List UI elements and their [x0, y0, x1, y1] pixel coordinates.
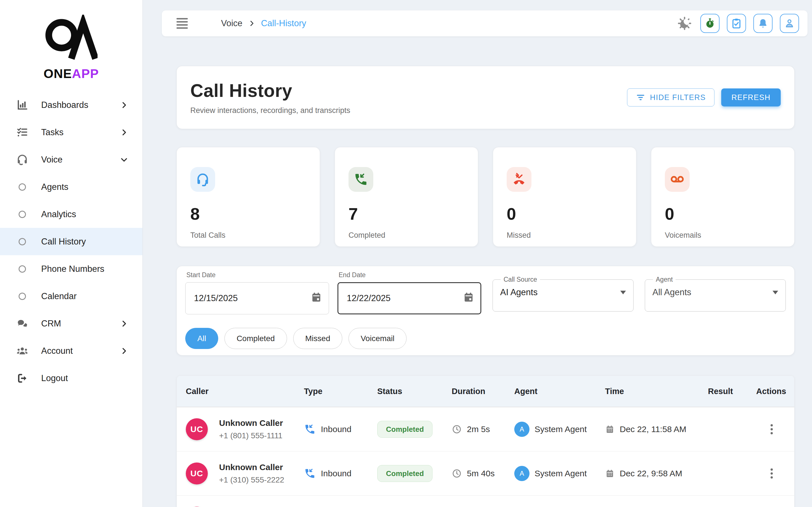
- agent-select[interactable]: Agent All Agents: [645, 276, 786, 312]
- chevron-right-icon: [120, 128, 128, 136]
- sidebar-item-label: Tasks: [41, 127, 120, 137]
- chevron-right-icon: [120, 101, 128, 109]
- calendar-icon[interactable]: [463, 291, 474, 304]
- sidebar-item-label: Analytics: [41, 209, 142, 219]
- refresh-button[interactable]: REFRESH: [721, 89, 781, 107]
- column-header-time: Time: [605, 387, 708, 396]
- sidebar-item-label: Logout: [41, 373, 142, 383]
- brand-logo-text: ONEAPP: [40, 66, 102, 81]
- voicemail-icon: [665, 167, 690, 192]
- calendar-icon[interactable]: [310, 291, 322, 304]
- sidebar-item-agents[interactable]: Agents: [0, 173, 142, 201]
- page-subtitle: Review interactions, recordings, and tra…: [190, 106, 350, 115]
- sidebar-item-voice[interactable]: Voice: [0, 146, 142, 173]
- caller-cell: UC Unknown Caller +1 (310) 555-2222: [186, 462, 304, 485]
- refresh-label: REFRESH: [731, 93, 770, 102]
- clock-icon: [452, 468, 462, 478]
- filter-icon: [636, 93, 645, 102]
- time-value: Dec 22, 11:58 AM: [620, 425, 686, 434]
- brand-logo: ONEAPP: [40, 15, 102, 81]
- sidebar-item-crm[interactable]: CRM: [0, 310, 142, 337]
- person-button[interactable]: [780, 14, 799, 33]
- duration-value: 2m 5s: [467, 425, 490, 434]
- sidebar-item-label: Phone Numbers: [41, 264, 142, 274]
- breadcrumb-parent[interactable]: Voice: [221, 18, 243, 29]
- logout-icon: [16, 372, 29, 384]
- filters-card: Start Date End Date Call Source AI Agent…: [176, 266, 795, 355]
- agent-name: System Agent: [535, 469, 587, 478]
- sidebar-item-account[interactable]: Account: [0, 337, 142, 364]
- time-cell: Dec 22, 11:58 AM: [605, 425, 708, 434]
- time-value: Dec 22, 9:58 AM: [620, 469, 682, 478]
- page-title: Call History: [190, 80, 350, 101]
- table-row[interactable]: UC Unknown Caller Outbound Completed 1m …: [177, 496, 794, 507]
- chip-completed[interactable]: Completed: [224, 328, 287, 349]
- agent-cell: A System Agent: [514, 421, 605, 437]
- theme-toggle-icon[interactable]: [677, 16, 692, 31]
- table-row[interactable]: UC Unknown Caller +1 (310) 555-2222 Inbo…: [177, 452, 794, 496]
- caller-cell: UC Unknown Caller +1 (801) 555-1111: [186, 418, 304, 440]
- hide-filters-button[interactable]: HIDE FILTERS: [627, 89, 714, 107]
- breadcrumb-current[interactable]: Call-History: [261, 18, 306, 29]
- chevron-down-icon: [120, 156, 128, 164]
- table-row[interactable]: UC Unknown Caller +1 (801) 555-1111 Inbo…: [177, 407, 794, 452]
- headset-icon: [190, 167, 215, 192]
- duration-value: 5m 40s: [467, 469, 495, 478]
- topbar-actions: [677, 14, 799, 33]
- caller-avatar: UC: [186, 418, 208, 440]
- sidebar-item-analytics[interactable]: Analytics: [0, 201, 142, 228]
- start-date-input[interactable]: [185, 282, 329, 314]
- chip-label: All: [197, 334, 206, 343]
- sidebar-item-dashboards[interactable]: Dashboards: [0, 91, 142, 119]
- end-date-input[interactable]: [338, 282, 481, 314]
- people-icon: [16, 345, 29, 357]
- stat-value: 0: [507, 204, 622, 224]
- brand-one: ONE: [43, 66, 72, 81]
- sidebar-item-label: Account: [41, 346, 120, 356]
- sidebar-item-label: Calendar: [41, 291, 142, 301]
- sidebar-item-phone-numbers[interactable]: Phone Numbers: [0, 255, 142, 283]
- sidebar-item-label: Call History: [41, 237, 142, 247]
- call-source-value: AI Agents: [500, 287, 538, 297]
- stat-card-missed: 0 Missed: [493, 147, 637, 247]
- row-actions-button[interactable]: [768, 466, 775, 481]
- sidebar-item-logout[interactable]: Logout: [0, 364, 142, 392]
- start-date-group: Start Date: [185, 271, 329, 314]
- end-date-label: End Date: [339, 271, 481, 279]
- caller-name: Unknown Caller: [219, 418, 283, 428]
- stat-label: Total Calls: [190, 231, 306, 240]
- chip-missed[interactable]: Missed: [293, 328, 343, 349]
- status-cell: Completed: [377, 421, 452, 438]
- start-date-label: Start Date: [186, 271, 329, 279]
- checklist-icon: [16, 126, 29, 138]
- row-actions-button[interactable]: [768, 422, 775, 437]
- phone-inbound-icon: [304, 467, 316, 480]
- chip-all[interactable]: All: [185, 328, 218, 349]
- call-source-select[interactable]: Call Source AI Agents: [493, 276, 633, 312]
- bell-button[interactable]: [753, 14, 772, 33]
- sidebar: ONEAPP Dashboards Tasks: [0, 0, 143, 507]
- call-history-table: Caller Type Status Duration Agent Time R…: [176, 376, 795, 507]
- sidebar-item-call-history[interactable]: Call History: [0, 228, 142, 255]
- chip-voicemail[interactable]: Voicemail: [349, 328, 407, 349]
- clipboard-check-button[interactable]: [727, 14, 746, 33]
- brand-logo-mark: [45, 15, 98, 66]
- stopwatch-button[interactable]: [700, 14, 719, 33]
- phone-incoming-icon: [349, 167, 373, 192]
- type-cell: Inbound: [304, 424, 377, 435]
- chevron-right-icon: [120, 320, 128, 328]
- stat-label: Missed: [507, 231, 622, 240]
- hamburger-menu-icon[interactable]: [176, 18, 188, 29]
- status-badge: Completed: [377, 421, 433, 438]
- sidebar-item-label: Dashboards: [41, 100, 120, 110]
- stat-card-completed: 7 Completed: [335, 147, 478, 247]
- chip-label: Missed: [305, 334, 331, 343]
- sidebar-item-tasks[interactable]: Tasks: [0, 119, 142, 146]
- agent-cell: A System Agent: [514, 466, 605, 481]
- end-date-group: End Date: [338, 271, 481, 314]
- sidebar-item-calendar[interactable]: Calendar: [0, 283, 142, 310]
- stat-card-total-calls: 8 Total Calls: [176, 147, 320, 247]
- stat-value: 0: [665, 204, 781, 224]
- chevron-right-icon: [248, 20, 255, 27]
- agent-avatar: A: [514, 421, 529, 437]
